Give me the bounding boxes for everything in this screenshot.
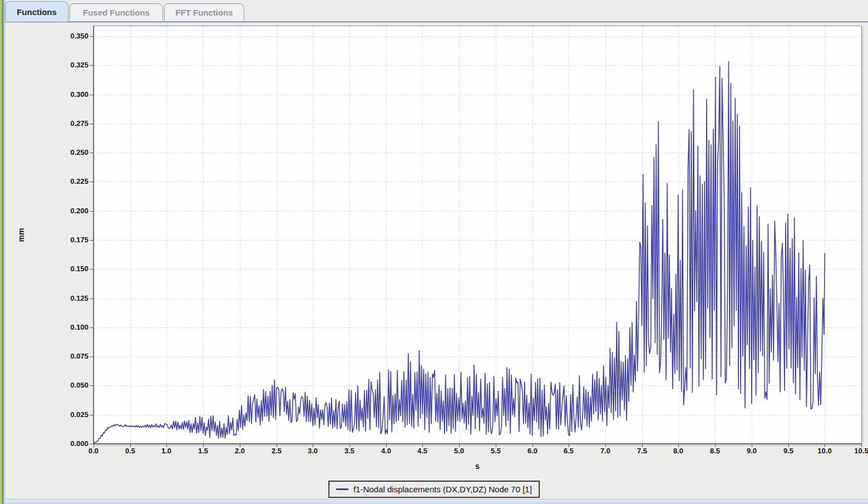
y-tick-mark (90, 65, 93, 66)
x-tick-label: 6.5 (555, 447, 583, 456)
y-axis-title: mm (17, 224, 27, 246)
y-tick-mark (90, 327, 93, 328)
splitter-edge (3, 0, 5, 504)
x-tick-label: 1.5 (189, 447, 217, 456)
y-tick-label: 0.025 (50, 410, 88, 419)
x-tick-label: 5.0 (445, 447, 473, 456)
x-tick-label: 7.0 (591, 447, 619, 456)
legend: f1-Nodal displacements (DX,DY,DZ) Node 7… (328, 481, 540, 498)
tab-fused-functions-label: Fused Functions (83, 8, 150, 17)
y-tick-label: 0.300 (50, 90, 88, 99)
x-tick-label: 3.5 (336, 447, 363, 456)
y-tick-mark (90, 415, 93, 415)
tab-fused-functions[interactable]: Fused Functions (70, 3, 163, 21)
x-tick-label: 3.0 (299, 447, 327, 456)
gridlines (93, 26, 861, 444)
x-tick-label: 1.0 (152, 447, 180, 456)
x-tick-label: 8.5 (701, 447, 729, 456)
y-tick-mark (90, 299, 93, 299)
x-tick-label: 8.0 (664, 447, 692, 456)
x-tick-label: 7.5 (628, 447, 656, 456)
y-tick-mark (90, 36, 93, 37)
y-tick-label: 0.075 (50, 352, 88, 361)
y-tick-label: 0.050 (50, 381, 88, 390)
plot-area[interactable] (93, 26, 862, 444)
series-line (93, 61, 825, 444)
x-tick-label: 2.0 (226, 447, 254, 456)
y-tick-mark (90, 124, 93, 124)
x-tick-label: 4.5 (408, 447, 436, 456)
y-tick-mark (90, 356, 93, 357)
y-tick-mark (90, 153, 93, 153)
tab-functions-label: Functions (17, 7, 57, 17)
y-tick-label: 0.175 (50, 236, 88, 244)
y-tick-mark (90, 269, 93, 270)
tab-fft-functions-label: FFT Functions (175, 8, 233, 17)
x-tick-label: 0.5 (116, 447, 144, 456)
y-tick-label: 0.325 (50, 61, 88, 70)
x-tick-label: 5.5 (482, 447, 510, 456)
tab-content-separator (3, 21, 868, 23)
series-plot (93, 26, 861, 444)
y-tick-label: 0.125 (50, 294, 88, 303)
y-tick-mark (90, 444, 93, 444)
y-tick-label: 0.250 (50, 148, 88, 157)
x-tick-label: 6.0 (519, 447, 546, 456)
y-tick-label: 0.000 (50, 439, 88, 448)
y-tick-mark (90, 182, 93, 182)
y-tick-mark (90, 95, 93, 95)
legend-label: f1-Nodal displacements (DX,DY,DZ) Node 7… (353, 485, 532, 494)
x-tick-label: 10.0 (811, 447, 839, 456)
bottom-panel-edge (0, 499, 868, 504)
y-tick-mark (90, 211, 93, 212)
y-tick-label: 0.350 (50, 32, 88, 41)
tab-fft-functions[interactable]: FFT Functions (164, 3, 244, 21)
x-tick-label: 10.5 (847, 447, 868, 456)
y-tick-label: 0.100 (50, 323, 88, 332)
y-tick-label: 0.275 (50, 119, 88, 128)
y-tick-label: 0.225 (50, 177, 88, 186)
y-tick-label: 0.150 (50, 265, 88, 273)
y-tick-mark (90, 240, 93, 241)
x-tick-label: 4.0 (372, 447, 400, 456)
legend-line-sample (336, 488, 348, 490)
x-tick-label: 9.5 (775, 447, 802, 456)
tab-functions[interactable]: Functions (5, 1, 68, 22)
x-tick-label: 2.5 (263, 447, 290, 456)
y-tick-label: 0.200 (50, 207, 88, 216)
x-axis-title: s (461, 462, 494, 472)
tab-bar: Functions Fused Functions FFT Functions (0, 0, 868, 21)
x-tick-label: 9.0 (738, 447, 766, 456)
y-tick-mark (90, 385, 93, 386)
axis-lines (93, 26, 861, 444)
